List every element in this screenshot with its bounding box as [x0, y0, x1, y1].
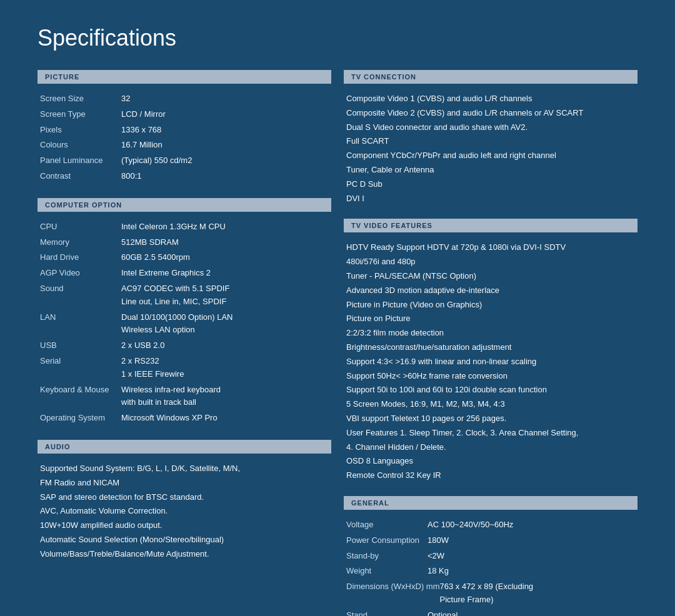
left-column: PICTURE Screen Size 32 Screen Type LCD /… [38, 70, 331, 616]
co-sound: Sound AC97 CODEC with 5.1 SPDIFLine out,… [40, 282, 329, 309]
picture-colours-label: Colours [40, 139, 121, 152]
tvf-line-13: VBI support Teletext 10 pages or 256 pag… [346, 412, 635, 425]
tvf-line-14: User Features 1. Sleep Timer, 2. Clock, … [346, 427, 635, 440]
co-cpu: CPU Intel Celeron 1.3GHz M CPU [40, 221, 329, 234]
gen-voltage-label: Voltage [346, 519, 428, 532]
co-usb-value: 2 x USB 2.0 [121, 339, 329, 352]
gen-stand-label: Stand [346, 609, 428, 616]
co-agp-value: Intel Extreme Graphics 2 [121, 267, 329, 280]
tv-video-features-section: TV VIDEO FEATURES HDTV Ready Support HDT… [344, 219, 638, 482]
tv-connection-header: TV CONNECTION [344, 70, 638, 84]
picture-contrast: Contrast 800:1 [40, 170, 329, 183]
audio-section: AUDIO Supported Sound System: B/G, L, I,… [38, 440, 331, 561]
gen-power-label: Power Consumption [346, 534, 428, 547]
co-cpu-value: Intel Celeron 1.3GHz M CPU [121, 221, 329, 234]
computer-option-section: COMPUTER OPTION CPU Intel Celeron 1.3GHz… [38, 198, 331, 425]
co-os-value: Microsoft Windows XP Pro [121, 412, 329, 425]
picture-luminance-label: Panel Luminance [40, 154, 121, 167]
tvc-line-1: Composite Video 1 (CVBS) and audio L/R c… [346, 92, 635, 106]
co-lan-value: Dual 10/100(1000 Option) LANWireless LAN… [121, 311, 329, 337]
audio-line-2: FM Radio and NICAM [40, 477, 329, 490]
tvf-line-2: 480i/576i and 480p [346, 256, 635, 269]
tvc-line-8: DVI I [346, 192, 635, 206]
general-header: GENERAL [344, 496, 638, 510]
co-usb: USB 2 x USB 2.0 [40, 339, 329, 352]
tvf-line-17: Remote Control 32 Key IR [346, 469, 635, 482]
tvf-line-16: OSD 8 Languages [346, 455, 635, 468]
picture-screen-size: Screen Size 32 [40, 92, 329, 106]
computer-option-content: CPU Intel Celeron 1.3GHz M CPU Memory 51… [38, 221, 331, 425]
co-keyboard-label: Keyboard & Mouse [40, 384, 121, 410]
picture-screen-size-label: Screen Size [40, 92, 121, 106]
co-keyboard: Keyboard & Mouse Wireless infra-red keyb… [40, 384, 329, 410]
co-sound-value: AC97 CODEC with 5.1 SPDIFLine out, Line … [121, 282, 329, 309]
tvf-line-3: Tuner - PAL/SECAM (NTSC Option) [346, 270, 635, 283]
gen-voltage: Voltage AC 100~240V/50~60Hz [346, 519, 635, 532]
gen-standby: Stand-by <2W [346, 550, 635, 563]
general-content: Voltage AC 100~240V/50~60Hz Power Consum… [344, 519, 638, 616]
specs-grid: PICTURE Screen Size 32 Screen Type LCD /… [38, 70, 638, 616]
audio-line-4: AVC, Automatic Volume Correction. [40, 505, 329, 518]
gen-stand-value: Optional [428, 609, 635, 616]
co-sound-label: Sound [40, 282, 121, 309]
gen-weight: Weight 18 Kg [346, 565, 635, 578]
co-harddrive-value: 60GB 2.5 5400rpm [121, 251, 329, 264]
co-memory-label: Memory [40, 236, 121, 249]
audio-content: Supported Sound System: B/G, L, I, D/K, … [38, 462, 331, 561]
gen-stand: Stand Optional [346, 609, 635, 616]
co-memory-value: 512MB SDRAM [121, 236, 329, 249]
tvc-line-7: PC D Sub [346, 178, 635, 191]
tvf-line-10: Support 50Hz< >60Hz frame rate conversio… [346, 370, 635, 383]
tv-connection-section: TV CONNECTION Composite Video 1 (CVBS) a… [344, 70, 638, 205]
co-serial-label: Serial [40, 355, 121, 381]
tvf-line-4: Advanced 3D motion adaptive de-interlace [346, 284, 635, 297]
general-section: GENERAL Voltage AC 100~240V/50~60Hz Powe… [344, 496, 638, 616]
tv-video-features-content: HDTV Ready Support HDTV at 720p & 1080i … [344, 241, 638, 482]
audio-line-7: Volume/Bass/Treble/Balance/Mute Adjustme… [40, 548, 329, 561]
tvc-line-3: Dual S Video connector and audio share w… [346, 121, 635, 134]
gen-dimensions-value: 763 x 472 x 89 (ExcludingPicture Frame) [440, 580, 636, 607]
co-lan-label: LAN [40, 311, 121, 337]
tv-video-features-header: TV VIDEO FEATURES [344, 219, 638, 232]
co-memory: Memory 512MB SDRAM [40, 236, 329, 249]
gen-dimensions-label: Dimensions (WxHxD) mm [346, 580, 440, 607]
co-agp: AGP Video Intel Extreme Graphics 2 [40, 267, 329, 280]
tvc-line-2: Composite Video 2 (CVBS) and audio L/R c… [346, 107, 635, 120]
audio-line-1: Supported Sound System: B/G, L, I, D/K, … [40, 462, 329, 475]
gen-power-value: 180W [428, 534, 635, 547]
picture-luminance-value: (Typical) 550 cd/m2 [121, 154, 329, 167]
co-serial: Serial 2 x RS2321 x IEEE Firewire [40, 355, 329, 381]
co-harddrive-label: Hard Drive [40, 251, 121, 264]
tvc-line-4: Full SCART [346, 135, 635, 148]
tvf-line-8: Brightness/contrast/hue/saturation adjus… [346, 341, 635, 354]
gen-standby-value: <2W [428, 550, 635, 563]
picture-screen-type: Screen Type LCD / Mirror [40, 108, 329, 121]
picture-section: PICTURE Screen Size 32 Screen Type LCD /… [38, 70, 331, 183]
tvf-line-11: Support 50i to 100i and 60i to 120i doub… [346, 384, 635, 397]
tvf-line-1: HDTV Ready Support HDTV at 720p & 1080i … [346, 241, 635, 254]
picture-colours: Colours 16.7 Million [40, 139, 329, 152]
picture-contrast-value: 800:1 [121, 170, 329, 183]
picture-header: PICTURE [38, 70, 331, 84]
tv-connection-content: Composite Video 1 (CVBS) and audio L/R c… [344, 92, 638, 205]
co-agp-label: AGP Video [40, 267, 121, 280]
gen-power: Power Consumption 180W [346, 534, 635, 547]
tvf-line-5: Picture in Picture (Video on Graphics) [346, 299, 635, 312]
co-cpu-label: CPU [40, 221, 121, 234]
picture-pixels-value: 1336 x 768 [121, 124, 329, 137]
gen-dimensions: Dimensions (WxHxD) mm 763 x 472 x 89 (Ex… [346, 580, 635, 607]
picture-contrast-label: Contrast [40, 170, 121, 183]
gen-voltage-value: AC 100~240V/50~60Hz [428, 519, 635, 532]
gen-weight-value: 18 Kg [428, 565, 635, 578]
tvf-line-6: Picture on Picture [346, 312, 635, 325]
audio-line-3: SAP and stereo detection for BTSC standa… [40, 491, 329, 504]
co-os: Operating System Microsoft Windows XP Pr… [40, 412, 329, 425]
audio-line-5: 10W+10W amplified audio output. [40, 519, 329, 532]
co-os-label: Operating System [40, 412, 121, 425]
picture-pixels: Pixels 1336 x 768 [40, 124, 329, 137]
right-column: TV CONNECTION Composite Video 1 (CVBS) a… [344, 70, 638, 616]
tvf-line-7: 2:2/3:2 film mode detection [346, 327, 635, 340]
computer-option-header: COMPUTER OPTION [38, 198, 331, 212]
co-serial-value: 2 x RS2321 x IEEE Firewire [121, 355, 329, 381]
picture-colours-value: 16.7 Million [121, 139, 329, 152]
